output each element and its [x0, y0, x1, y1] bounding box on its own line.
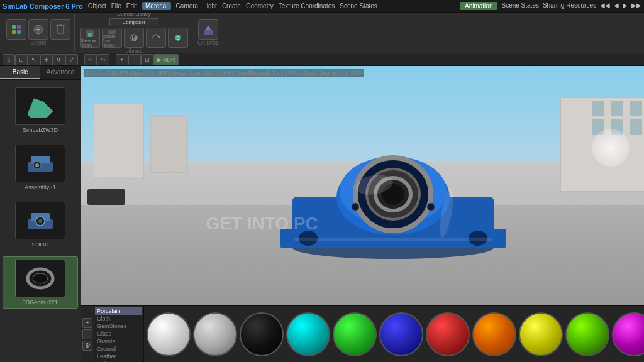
- toolbar-ondrop-section: On Drop: [194, 14, 223, 52]
- delete-unused-btn[interactable]: [50, 19, 70, 40]
- mat-cat-gemstones[interactable]: GemStones: [95, 322, 142, 330]
- mat-swatch-4[interactable]: [333, 312, 377, 356]
- on-drop-btn[interactable]: [198, 19, 218, 40]
- scene-thumb-solid: [15, 202, 65, 239]
- zoom-in-btn[interactable]: +: [116, 54, 128, 65]
- frame-btn[interactable]: ⊡: [15, 54, 28, 65]
- play-prev-btn[interactable]: ◀: [614, 2, 619, 10]
- scale-btn[interactable]: ⤢: [65, 54, 78, 65]
- home-btn[interactable]: ⌂: [3, 54, 15, 65]
- mat-swatch-2[interactable]: [240, 312, 284, 356]
- svg-point-33: [33, 273, 48, 283]
- add-btn[interactable]: +: [28, 19, 48, 40]
- move-btn[interactable]: ✛: [40, 54, 53, 65]
- bokeh-1: [592, 129, 630, 167]
- mat-settings-btn[interactable]: ⚙: [82, 341, 92, 351]
- tab-advanced[interactable]: Advanced: [40, 66, 80, 79]
- left-panel-tabs: Basic Advanced: [0, 66, 80, 80]
- ondrop-section-label: On Drop: [197, 40, 219, 46]
- regenerate-library-btn[interactable]: [146, 28, 166, 48]
- svg-point-30: [38, 219, 42, 223]
- scene-item-simlabzw3d[interactable]: SimLabZW3D: [3, 85, 78, 136]
- tab-basic[interactable]: Basic: [0, 66, 40, 79]
- select-btn[interactable]: ↖: [28, 54, 40, 65]
- mat-swatch-1[interactable]: [193, 312, 237, 356]
- retain-from-library-btn[interactable]: ↑ Retain from library: [102, 28, 122, 48]
- mat-cat-porcelain[interactable]: Porcelain: [95, 307, 142, 315]
- mat-cat-ground[interactable]: Ground: [95, 345, 142, 353]
- menu-scene-states[interactable]: Scene States: [340, 3, 377, 9]
- scene-thumb-3dgeom: [15, 260, 65, 297]
- style-only-btn[interactable]: S: [168, 28, 188, 48]
- mat-remove-btn[interactable]: −: [82, 329, 92, 339]
- app-logo: SimLab Composer 6 Pro: [3, 3, 83, 10]
- svg-text:S: S: [177, 36, 180, 40]
- scene-item-assembly[interactable]: Assembly~1: [3, 142, 78, 193]
- mat-swatch-5[interactable]: [379, 312, 423, 356]
- mat-swatch-9[interactable]: [565, 312, 609, 356]
- svg-text:M: M: [132, 35, 136, 41]
- mat-add-btn[interactable]: +: [82, 318, 92, 328]
- material-browser: + − ⚙ Porcelain Cloth GemStones Glass Gr…: [81, 305, 644, 362]
- top-tab-scene-states[interactable]: Scene States: [501, 2, 538, 10]
- viewport-canvas[interactable]: GET INTO PC 23.1 fps | 18.373 Mpps | 74 …: [81, 66, 644, 305]
- mat-swatch-10[interactable]: [612, 312, 644, 356]
- render-btn[interactable]: ▶ RDR: [153, 54, 179, 65]
- mat-swatch-8[interactable]: [519, 312, 563, 356]
- scene-item-3dgeom[interactable]: 3DGeom~221: [3, 256, 78, 309]
- car-1: [87, 189, 125, 205]
- prev-frame-btn[interactable]: ◀◀: [600, 2, 610, 10]
- scene-label-simlabzw3d: SimLabZW3D: [23, 127, 58, 133]
- svg-rect-23: [31, 156, 50, 163]
- menu-create[interactable]: Create: [222, 3, 241, 9]
- top-tab-sharing[interactable]: Sharing Resources: [543, 2, 596, 10]
- svg-rect-18: [204, 30, 213, 35]
- scene-label-assembly: Assembly~1: [25, 184, 55, 190]
- play-next-btn[interactable]: ▶: [623, 2, 628, 10]
- mat-swatch-0[interactable]: [147, 312, 191, 356]
- menu-edit[interactable]: Edit: [126, 3, 137, 9]
- redo-btn[interactable]: ↪: [97, 54, 109, 65]
- mat-cat-granite[interactable]: Granite: [95, 337, 142, 345]
- bearing-3d-model: [274, 116, 513, 268]
- show-materials-btn[interactable]: [6, 19, 26, 40]
- rotate-vp-btn[interactable]: ↺: [53, 54, 65, 65]
- svg-rect-10: [88, 33, 92, 37]
- menu-material[interactable]: Material: [142, 2, 171, 10]
- scene-thumb-assembly: [15, 145, 65, 182]
- mat-add-buttons: + − ⚙: [81, 306, 94, 362]
- svg-rect-1: [17, 25, 21, 29]
- toolbar-scene-section: + Scene: [3, 14, 75, 52]
- svg-point-48: [352, 203, 359, 211]
- scene-label-3dgeom: 3DGeom~221: [23, 299, 58, 305]
- menu-light[interactable]: Light: [203, 3, 217, 9]
- library-section-label: Library: [125, 48, 143, 54]
- zoom-out-btn[interactable]: −: [128, 54, 141, 65]
- menu-geometry[interactable]: Geometry: [246, 3, 274, 9]
- menu-bar: SimLab Composer 6 Pro Object File Edit M…: [0, 0, 644, 13]
- scene-section-label: Scene: [30, 40, 47, 46]
- mat-cat-cloth[interactable]: Cloth: [95, 315, 142, 322]
- undo-btn[interactable]: ↩: [84, 54, 97, 65]
- menu-camera[interactable]: Camera: [176, 3, 199, 9]
- next-frame-btn[interactable]: ▶▶: [631, 2, 641, 10]
- mat-swatch-6[interactable]: [426, 312, 470, 356]
- zoom-fit-btn[interactable]: ⊞: [141, 54, 153, 65]
- toolbar-library-section: Current Library Composer Save as library…: [76, 14, 192, 52]
- save-as-library-btn[interactable]: Save as library: [80, 28, 100, 48]
- manage-btn[interactable]: M: [124, 28, 144, 48]
- scene-item-solid[interactable]: SOLID: [3, 199, 78, 250]
- scene-background: GET INTO PC 23.1 fps | 18.373 Mpps | 74 …: [81, 66, 644, 305]
- mat-swatch-7[interactable]: [472, 312, 516, 356]
- scene-tree: SimLabZW3D Assembly~1: [0, 80, 80, 362]
- mat-swatch-3[interactable]: [286, 312, 330, 356]
- menu-file[interactable]: File: [111, 3, 121, 9]
- svg-rect-3: [17, 30, 21, 34]
- mat-cat-leather[interactable]: Leather: [95, 353, 142, 360]
- menu-object[interactable]: Object: [88, 3, 106, 9]
- material-category-list: Porcelain Cloth GemStones Glass Granite …: [94, 306, 144, 362]
- mat-cat-glass[interactable]: Glass: [95, 330, 142, 337]
- menu-texture[interactable]: Texture Coordinates: [279, 3, 335, 9]
- top-tab-animation[interactable]: Animation: [460, 2, 497, 10]
- svg-rect-6: [57, 26, 64, 33]
